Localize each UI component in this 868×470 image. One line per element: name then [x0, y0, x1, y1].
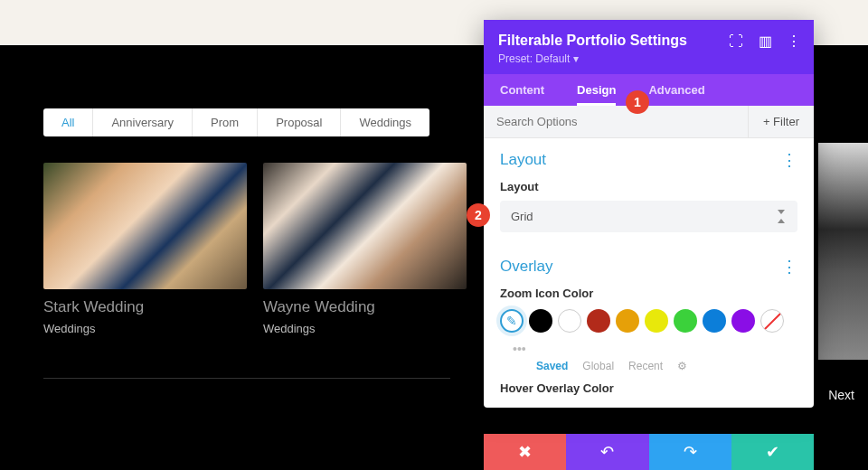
color-swatch-yellow[interactable]	[645, 309, 668, 333]
tab-content[interactable]: Content	[484, 74, 561, 106]
field-label-layout: Layout	[500, 180, 797, 193]
category-filter-bar: All Anniversary Prom Proposal Weddings	[43, 108, 429, 136]
eyedropper-icon[interactable]: ✎	[500, 309, 524, 333]
filter-weddings[interactable]: Weddings	[341, 108, 429, 136]
expand-icon[interactable]: ⛶	[729, 34, 743, 49]
color-swatch-green[interactable]	[674, 309, 697, 333]
layout-icon[interactable]: ▥	[758, 34, 772, 49]
section-menu-icon[interactable]: ⋮	[781, 155, 797, 165]
save-button[interactable]: ✔	[731, 434, 814, 470]
settings-panel: Filterable Portfolio Settings Preset: De…	[484, 20, 814, 408]
panel-action-bar: ✖ ↶ ↷ ✔	[484, 434, 814, 470]
portfolio-title: Wayne Wedding	[263, 298, 467, 316]
palette-recent[interactable]: Recent	[628, 360, 663, 372]
section-title-overlay: Overlay	[500, 258, 553, 276]
palette-tabs: Saved Global Recent ⚙	[536, 360, 797, 372]
filter-proposal[interactable]: Proposal	[258, 108, 341, 136]
portfolio-category: Weddings	[263, 322, 467, 335]
undo-button[interactable]: ↶	[566, 434, 648, 470]
filter-prom[interactable]: Prom	[193, 108, 258, 136]
color-swatch-row: ✎	[500, 309, 797, 333]
section-overlay: Overlay ⋮ Zoom Icon Color ✎ ••• Saved Gl…	[484, 238, 814, 408]
filter-anniversary[interactable]: Anniversary	[93, 108, 193, 136]
portfolio-thumbnail	[263, 163, 467, 289]
color-swatch-white[interactable]	[558, 309, 581, 333]
field-label-hover-overlay-color: Hover Overlay Color	[500, 381, 797, 395]
color-swatch-red[interactable]	[587, 309, 610, 333]
portfolio-gallery: Stark Wedding Weddings Wayne Wedding Wed…	[43, 163, 467, 335]
background-image-right	[818, 143, 868, 360]
portfolio-category: Weddings	[43, 322, 247, 335]
field-label-zoom-icon-color: Zoom Icon Color	[500, 287, 797, 300]
panel-header: Filterable Portfolio Settings Preset: De…	[484, 20, 814, 74]
section-layout: Layout ⋮ Layout Grid	[484, 138, 814, 238]
color-swatch-blue[interactable]	[703, 309, 726, 333]
gear-icon[interactable]: ⚙	[677, 360, 687, 372]
palette-global[interactable]: Global	[582, 360, 614, 372]
portfolio-card[interactable]: Stark Wedding Weddings	[43, 163, 247, 335]
kebab-menu-icon[interactable]: ⋮	[787, 34, 801, 49]
section-title-layout: Layout	[500, 151, 546, 169]
section-menu-icon[interactable]: ⋮	[781, 261, 797, 272]
portfolio-title: Stark Wedding	[43, 298, 247, 316]
divider	[43, 378, 450, 379]
search-input[interactable]	[484, 106, 748, 137]
palette-saved[interactable]: Saved	[536, 360, 568, 372]
color-swatch-orange[interactable]	[616, 309, 639, 333]
layout-select[interactable]: Grid	[500, 201, 797, 232]
color-swatch-none[interactable]	[760, 309, 784, 333]
callout-badge-1: 1	[626, 90, 649, 114]
color-swatch-black[interactable]	[529, 309, 552, 333]
filter-button[interactable]: + Filter	[748, 106, 814, 137]
tab-design[interactable]: Design	[561, 74, 632, 106]
more-options-icon[interactable]: •••	[513, 342, 797, 356]
redo-button[interactable]: ↷	[649, 434, 731, 470]
portfolio-card[interactable]: Wayne Wedding Weddings	[263, 163, 467, 335]
portfolio-thumbnail	[43, 163, 247, 289]
cancel-button[interactable]: ✖	[484, 434, 566, 470]
filter-all[interactable]: All	[43, 108, 93, 136]
color-swatch-purple[interactable]	[731, 309, 755, 333]
next-link[interactable]: Next	[828, 388, 854, 402]
search-bar: + Filter	[484, 106, 814, 138]
preset-dropdown[interactable]: Preset: Default ▾	[498, 52, 799, 65]
callout-badge-2: 2	[467, 203, 490, 227]
